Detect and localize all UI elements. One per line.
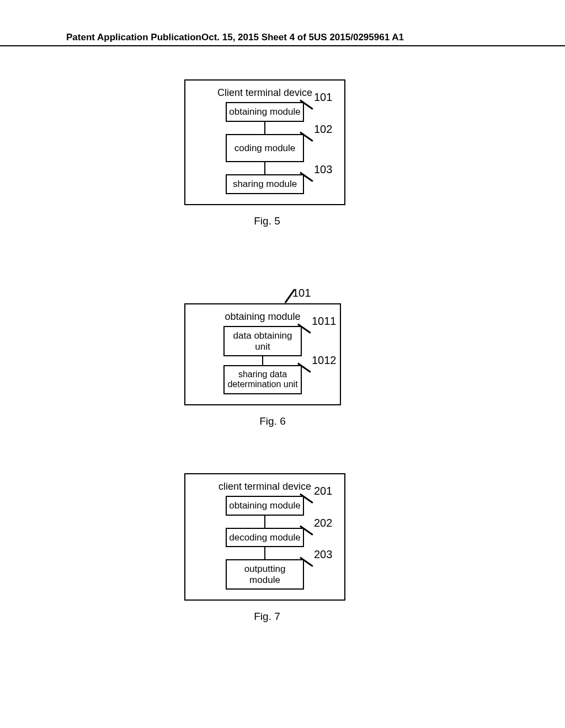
fig5-m1-wrap: obtaining module 101: [226, 102, 304, 122]
ref-101-fig6: 101: [292, 287, 311, 299]
header-row: Patent Application Publication Oct. 15, …: [0, 32, 470, 43]
ref-103: 103: [314, 163, 332, 176]
header-center: Oct. 15, 2015 Sheet 4 of 5: [201, 32, 314, 43]
fig5-m2-wrap: coding module 102: [226, 134, 304, 163]
fig5-module-coding: coding module: [226, 134, 304, 163]
ref-203: 203: [314, 548, 332, 561]
header-right: US 2015/0295961 A1: [314, 32, 404, 43]
fig6-caption: Fig. 6: [184, 415, 361, 427]
connector: [264, 122, 266, 134]
page: Patent Application Publication Oct. 15, …: [0, 0, 565, 728]
fig7-stack: obtaining module 201 decoding module 202…: [202, 496, 328, 590]
figure-5: Client terminal device obtaining module …: [184, 79, 350, 227]
fig5-container-title: Client terminal device: [202, 87, 328, 99]
fig7-caption: Fig. 7: [184, 611, 350, 623]
connector: [264, 516, 266, 528]
fig7-module-obtaining: obtaining module: [226, 496, 304, 516]
fig6-stack: data obtaining unit 1011 sharing data de…: [202, 326, 323, 394]
fig7-m1-wrap: obtaining module 201: [226, 496, 304, 516]
fig7-container: client terminal device obtaining module …: [184, 473, 345, 601]
figure-7: client terminal device obtaining module …: [184, 473, 350, 623]
ref-1012: 1012: [312, 354, 337, 367]
ref-202: 202: [314, 517, 332, 529]
fig6-u2-wrap: sharing data determination unit 1012: [223, 365, 302, 394]
connector: [262, 356, 264, 365]
fig7-container-title: client terminal device: [202, 481, 328, 493]
fig6-unit-sharing-determination: sharing data determination unit: [223, 365, 302, 394]
fig6-u1-wrap: data obtaining unit 1011: [223, 326, 302, 356]
fig5-m3-wrap: sharing module 103: [226, 174, 304, 194]
ref-102: 102: [314, 123, 332, 136]
fig5-module-sharing: sharing module: [226, 174, 304, 194]
figure-6: 101 obtaining module data obtaining unit…: [184, 288, 361, 427]
fig6-topref: 101: [184, 288, 361, 303]
fig7-m2-wrap: decoding module 202: [226, 528, 304, 548]
fig7-module-decoding: decoding module: [226, 528, 304, 548]
fig7-m3-wrap: outputting module 203: [226, 559, 304, 590]
connector: [264, 162, 266, 174]
fig6-unit-data-obtaining: data obtaining unit: [223, 326, 302, 356]
fig5-container: Client terminal device obtaining module …: [184, 79, 345, 205]
ref-201: 201: [314, 485, 332, 497]
fig6-container: obtaining module data obtaining unit 101…: [184, 303, 341, 405]
fig7-module-outputting: outputting module: [226, 559, 304, 590]
fig6-container-title: obtaining module: [202, 311, 323, 323]
ref-1011: 1011: [312, 315, 337, 328]
fig5-module-obtaining: obtaining module: [226, 102, 304, 122]
header-left: Patent Application Publication: [66, 32, 201, 43]
header-rule: [0, 45, 565, 46]
fig5-stack: obtaining module 101 coding module 102 s…: [202, 102, 328, 194]
connector: [264, 547, 266, 559]
fig5-caption: Fig. 5: [184, 215, 350, 227]
ref-101: 101: [314, 91, 332, 104]
